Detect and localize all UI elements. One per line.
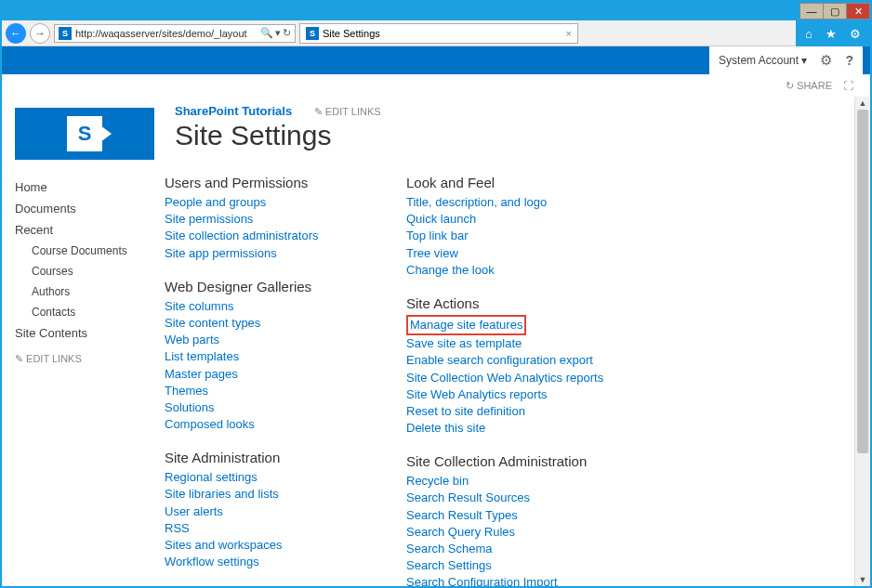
- scroll-up-icon[interactable]: ▲: [855, 97, 870, 110]
- edit-links-nav[interactable]: EDIT LINKS: [15, 353, 152, 365]
- settings-link[interactable]: Search Configuration Import: [406, 574, 648, 586]
- settings-link[interactable]: Search Result Sources: [406, 490, 648, 506]
- settings-link[interactable]: Delete this site: [406, 420, 648, 437]
- settings-link[interactable]: Master pages: [165, 366, 406, 383]
- settings-link[interactable]: People and groups: [165, 194, 406, 211]
- settings-link[interactable]: Quick launch: [406, 211, 648, 228]
- minimize-button[interactable]: —: [799, 3, 824, 20]
- settings-link[interactable]: Web parts: [165, 332, 406, 348]
- settings-link[interactable]: Save site as template: [406, 335, 648, 352]
- section-heading: Look and Feel: [406, 175, 648, 190]
- left-navigation: Home Documents Recent Course DocumentsCo…: [2, 171, 165, 586]
- site-favicon-icon: S: [59, 27, 72, 40]
- settings-link[interactable]: Title, description, and logo: [406, 194, 648, 211]
- nav-home[interactable]: Home: [15, 176, 152, 198]
- settings-link[interactable]: Reset to site definition: [406, 403, 648, 420]
- home-icon[interactable]: ⌂: [805, 27, 813, 41]
- url-controls: 🔍 ▾ ↻: [260, 27, 291, 39]
- address-bar[interactable]: S http://waqasserver/sites/demo/_layout …: [54, 24, 296, 43]
- tab-favicon-icon: S: [306, 27, 319, 40]
- settings-gear-icon[interactable]: ⚙: [820, 52, 832, 69]
- tab-close-icon[interactable]: ×: [566, 28, 572, 39]
- settings-columns: Users and PermissionsPeople and groupsSi…: [165, 171, 854, 586]
- sharepoint-ribbon: System Account ▾ ⚙ ?: [2, 46, 870, 74]
- settings-link[interactable]: Site content types: [165, 315, 406, 332]
- scroll-thumb[interactable]: [857, 110, 868, 453]
- nav-recent-item[interactable]: Courses: [15, 261, 152, 281]
- settings-link[interactable]: Composed looks: [165, 416, 406, 433]
- tab-title: Site Settings: [323, 28, 380, 39]
- site-link[interactable]: SharePoint Tutorials: [175, 104, 292, 118]
- settings-link[interactable]: Workflow settings: [165, 554, 406, 570]
- settings-link[interactable]: Site permissions: [165, 211, 406, 228]
- back-button[interactable]: ←: [6, 23, 26, 44]
- sharepoint-subbar: ↻ SHARE ⛶: [2, 74, 870, 97]
- dropdown-icon[interactable]: ▾: [275, 27, 281, 39]
- settings-link[interactable]: RSS: [165, 520, 406, 537]
- tools-icon[interactable]: ⚙: [850, 27, 861, 41]
- settings-link[interactable]: Regional settings: [165, 469, 406, 486]
- edit-links-top[interactable]: EDIT LINKS: [314, 106, 381, 117]
- settings-link[interactable]: Search Settings: [406, 557, 648, 574]
- settings-link[interactable]: List templates: [165, 348, 406, 365]
- section-heading: Site Actions: [406, 295, 648, 311]
- content-wrap: Home Documents Recent Course DocumentsCo…: [2, 171, 854, 586]
- nav-documents[interactable]: Documents: [15, 198, 152, 219]
- settings-link[interactable]: Site columns: [165, 298, 406, 315]
- main-area: S SharePoint Tutorials EDIT LINKS Site S…: [2, 97, 870, 586]
- maximize-button[interactable]: ▢: [823, 3, 847, 20]
- vertical-scrollbar[interactable]: ▲ ▼: [854, 97, 870, 586]
- forward-button[interactable]: →: [30, 23, 50, 44]
- settings-link[interactable]: User alerts: [165, 503, 406, 520]
- browser-window: — ▢ ✕ ← → S http://waqasserver/sites/dem…: [0, 0, 872, 588]
- section-site-admin: Site AdministrationRegional settingsSite…: [165, 450, 406, 570]
- browser-tab[interactable]: S Site Settings ×: [299, 23, 578, 44]
- browser-toolbar: ← → S http://waqasserver/sites/demo/_lay…: [2, 20, 870, 46]
- settings-link[interactable]: Site Collection Web Analytics reports: [406, 370, 648, 386]
- section-look-feel: Look and FeelTitle, description, and log…: [406, 175, 648, 279]
- settings-link[interactable]: Manage site features: [406, 315, 648, 335]
- page-header: S SharePoint Tutorials EDIT LINKS Site S…: [2, 97, 854, 171]
- settings-link[interactable]: Site Web Analytics reports: [406, 386, 648, 403]
- page-title: Site Settings: [175, 120, 381, 151]
- focus-icon[interactable]: ⛶: [843, 80, 853, 91]
- settings-link[interactable]: Search Schema: [406, 541, 648, 557]
- sharepoint-logo-icon: S: [67, 116, 102, 151]
- section-heading: Users and Permissions: [165, 175, 406, 190]
- settings-link[interactable]: Enable search configuration export: [406, 352, 648, 369]
- window-titlebar: — ▢ ✕: [2, 2, 870, 20]
- nav-site-contents[interactable]: Site Contents: [15, 322, 152, 344]
- nav-recent[interactable]: Recent: [15, 219, 152, 241]
- settings-link[interactable]: Site libraries and lists: [165, 486, 406, 503]
- section-heading: Site Collection Administration: [406, 453, 648, 469]
- settings-link[interactable]: Site collection administrators: [165, 228, 406, 244]
- settings-link[interactable]: Search Result Types: [406, 507, 648, 524]
- close-button[interactable]: ✕: [846, 3, 870, 20]
- section-site-actions: Site ActionsManage site featuresSave sit…: [406, 295, 648, 437]
- settings-link[interactable]: Tree view: [406, 245, 648, 262]
- settings-link[interactable]: Top link bar: [406, 228, 648, 244]
- settings-link[interactable]: Site app permissions: [165, 245, 406, 262]
- site-logo[interactable]: S: [15, 108, 154, 160]
- settings-link[interactable]: Solutions: [165, 399, 406, 416]
- ribbon-right: System Account ▾ ⚙ ?: [709, 46, 863, 74]
- settings-link[interactable]: Change the look: [406, 262, 648, 279]
- share-button[interactable]: ↻ SHARE: [786, 80, 832, 92]
- section-heading: Site Administration: [165, 450, 406, 465]
- section-web-designer: Web Designer GalleriesSite columnsSite c…: [165, 279, 406, 434]
- nav-recent-item[interactable]: Contacts: [15, 302, 152, 322]
- search-icon[interactable]: 🔍: [260, 27, 273, 39]
- nav-recent-item[interactable]: Authors: [15, 281, 152, 302]
- url-text: http://waqasserver/sites/demo/_layout: [75, 28, 247, 39]
- account-menu[interactable]: System Account ▾: [719, 54, 807, 67]
- refresh-icon[interactable]: ↻: [283, 27, 291, 39]
- settings-link[interactable]: Themes: [165, 383, 406, 399]
- help-icon[interactable]: ?: [845, 53, 853, 68]
- settings-link[interactable]: Search Query Rules: [406, 524, 648, 541]
- settings-link[interactable]: Sites and workspaces: [165, 537, 406, 554]
- section-site-collection: Site Collection AdministrationRecycle bi…: [406, 453, 648, 586]
- settings-link[interactable]: Recycle bin: [406, 473, 648, 490]
- favorites-icon[interactable]: ★: [826, 27, 837, 41]
- nav-recent-item[interactable]: Course Documents: [15, 241, 152, 261]
- scroll-down-icon[interactable]: ▼: [855, 573, 870, 586]
